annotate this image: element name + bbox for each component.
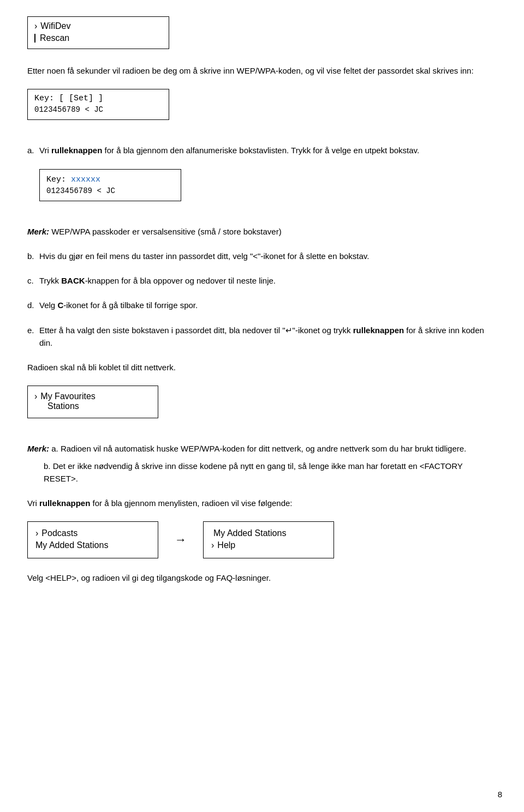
rb4-label2: Help xyxy=(217,540,235,550)
list-item-c: c. Trykk BACK-knappen for å bla oppover … xyxy=(27,274,497,287)
list-item-e: e. Etter å ha valgt den siste bokstaven … xyxy=(27,324,497,350)
merk-block-1: Merk: WEP/WPA passkoder er versalsensiti… xyxy=(27,225,497,238)
vri-text1: Vri xyxy=(27,498,39,508)
rb4-line1: My Added Stations xyxy=(211,528,321,538)
radio-connect-text: Radioen skal nå bli koblet til ditt nett… xyxy=(27,361,497,374)
rb4-line2: › Help xyxy=(211,540,321,550)
key-first-numrow: 0123456789 < JC xyxy=(34,105,158,114)
rb3-line1: › Podcasts xyxy=(35,528,146,538)
set-bracket-close: ] xyxy=(98,94,103,103)
merk-label-1: Merk: xyxy=(27,227,49,236)
key-box-first: Key: [ [Set] ] 0123456789 < JC xyxy=(27,89,169,120)
item-d-label: d. xyxy=(27,299,39,311)
set-label: [Set] xyxy=(69,94,93,103)
rb3-chevron-icon: › xyxy=(35,528,38,538)
merk-2-b-text: Det er ikke nødvendig å skrive inn disse… xyxy=(44,461,463,483)
final-section: Velg <HELP>, og radioen vil gi deg tilga… xyxy=(27,572,497,584)
vri-text2: for å bla gjennom menylisten, radioen vi… xyxy=(90,498,292,508)
intro-paragraph: Etter noen få sekunder vil radioen be de… xyxy=(27,64,497,77)
key-value: xxxxxx xyxy=(71,175,100,184)
list-item-a: a. Vri rulleknappen for å bla gjennom de… xyxy=(27,144,497,157)
merk-2-b-label: b. xyxy=(44,461,51,471)
merk-2-a: Merk: a. Radioen vil nå automatisk huske… xyxy=(27,442,497,455)
merk-block-2: Merk: a. Radioen vil nå automatisk huske… xyxy=(27,442,497,485)
favourites-box: › My Favourites Stations xyxy=(27,386,158,418)
item-b-label: b. xyxy=(27,250,39,262)
list-item-b: b. Hvis du gjør en feil mens du taster i… xyxy=(27,250,497,262)
vri-text: Vri rulleknappen for å bla gjennom menyl… xyxy=(27,497,497,509)
item-e-content: Etter å ha valgt den siste bokstaven i p… xyxy=(39,324,497,350)
set-bracket-open: [ xyxy=(59,94,64,103)
merk-2-b: b. Det er ikke nødvendig å skrive inn di… xyxy=(44,460,497,485)
radio-box-3: › Podcasts My Added Stations xyxy=(27,521,158,558)
item-e-label: e. xyxy=(27,324,39,350)
rb4-chevron-icon: › xyxy=(211,540,214,550)
rb3-label1: Podcasts xyxy=(41,528,78,538)
item-a-text2: for å bla gjennom den alfanumeriske boks… xyxy=(102,146,419,155)
wifidev-menu-item: › WifiDev xyxy=(34,21,159,31)
chevron-icon: › xyxy=(34,21,37,31)
item-a-text1: Vri xyxy=(39,146,51,155)
vri-section: Vri rulleknappen for å bla gjennom menyl… xyxy=(27,497,497,509)
final-text: Velg <HELP>, og radioen vil gi deg tilga… xyxy=(27,572,497,584)
merk-2-a-label: a. xyxy=(51,444,58,453)
vri-bold: rulleknappen xyxy=(39,498,90,508)
item-e-bold: rulleknappen xyxy=(353,326,404,335)
key-box-second: Key: xxxxxx 0123456789 < JC xyxy=(39,169,181,201)
item-a-content: Vri rulleknappen for å bla gjennom den a… xyxy=(39,144,497,157)
wifidev-label: WifiDev xyxy=(40,21,70,31)
item-a-bold: rulleknappen xyxy=(51,146,102,155)
fav-line1-text: My Favourites xyxy=(40,392,95,401)
radio-box-4: My Added Stations › Help xyxy=(203,521,334,558)
item-b-content: Hvis du gjør en feil mens du taster inn … xyxy=(39,250,497,262)
key-label-second: Key: xyxy=(46,175,71,184)
item-d-text1: Velg xyxy=(39,300,57,310)
merk-text-1: WEP/WPA passkoder er versalsensitive (sm… xyxy=(49,227,282,236)
page-number: 8 xyxy=(498,790,502,799)
item-c-text: -knappen for å bla oppover og nedover ti… xyxy=(85,276,276,285)
item-a-label: a. xyxy=(27,144,39,157)
item-d-bold: C xyxy=(57,300,63,310)
merk-2-a-text: Radioen vil nå automatisk huske WEP/WPA-… xyxy=(61,444,466,453)
item-d-content: Velg C-ikonet for å gå tilbake til forri… xyxy=(39,299,497,311)
item-d-text2: -ikonet for å gå tilbake til forrige spo… xyxy=(63,300,198,310)
key-first-line: Key: [ [Set] ] xyxy=(34,94,158,103)
merk-2-label: Merk: xyxy=(27,444,49,453)
cursor-bar xyxy=(34,34,35,43)
key-second-line: Key: xxxxxx xyxy=(46,174,170,184)
item-c-label: c. xyxy=(27,274,39,287)
key-label-first: Key: xyxy=(34,94,59,103)
list-item-d: d. Velg C-ikonet for å gå tilbake til fo… xyxy=(27,299,497,311)
rb3-line2: My Added Stations xyxy=(35,540,146,550)
boxes-row: › Podcasts My Added Stations → My Added … xyxy=(27,521,497,558)
rescan-line: Rescan xyxy=(34,33,159,43)
wifi-device-box: › WifiDev Rescan xyxy=(27,16,169,49)
fav-line2: Stations xyxy=(34,401,146,411)
item-c-content: Trykk BACK-knappen for å bla oppover og … xyxy=(39,274,497,287)
fav-line1: › My Favourites xyxy=(34,392,146,401)
fav-chevron-icon: › xyxy=(34,392,37,401)
key-numrow-second: 0123456789 < JC xyxy=(46,187,170,195)
rescan-label: Rescan xyxy=(40,33,69,43)
arrow-right-icon: → xyxy=(175,533,187,547)
item-c-bold: BACK xyxy=(61,276,85,285)
item-e-text1: Etter å ha valgt den siste bokstaven i p… xyxy=(39,326,353,335)
